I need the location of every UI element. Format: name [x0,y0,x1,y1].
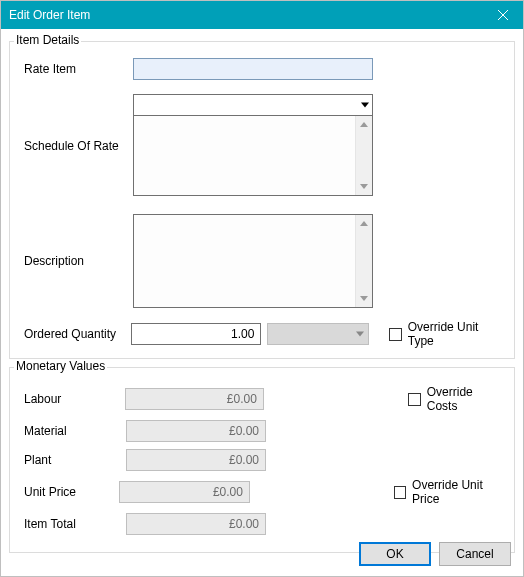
plant-value: £0.00 [126,449,266,471]
scroll-down-button[interactable] [356,178,372,195]
monetary-values-legend: Monetary Values [14,359,107,373]
schedule-text-area[interactable] [133,116,373,196]
override-unit-price-checkbox[interactable] [394,486,406,499]
scrollbar[interactable] [355,116,372,195]
ordered-quantity-label: Ordered Quantity [18,327,131,341]
schedule-of-rate-label: Schedule Of Rate [18,94,133,153]
override-unit-type-checkbox[interactable] [389,328,402,341]
override-costs-checkbox[interactable] [408,393,421,406]
close-icon [498,10,508,20]
override-costs-label: Override Costs [427,385,506,413]
close-button[interactable] [483,1,523,29]
button-bar: OK Cancel [359,542,511,566]
ok-button[interactable]: OK [359,542,431,566]
scrollbar[interactable] [355,215,372,307]
unit-type-select[interactable] [267,323,369,345]
description-label: Description [18,214,133,268]
ordered-quantity-input[interactable] [131,323,261,345]
chevron-down-icon [356,332,364,337]
chevron-down-icon [361,103,369,108]
item-details-legend: Item Details [14,33,81,47]
labour-value: £0.00 [125,388,264,410]
item-total-value: £0.00 [126,513,266,535]
item-total-label: Item Total [18,517,126,531]
window-title: Edit Order Item [9,8,90,22]
item-details-group: Item Details Rate Item Schedule Of Rate [9,41,515,359]
labour-label: Labour [18,392,125,406]
scroll-up-button[interactable] [356,116,372,133]
unit-price-value: £0.00 [119,481,250,503]
chevron-down-icon [360,296,368,301]
rate-item-input[interactable] [133,58,373,80]
chevron-up-icon [360,122,368,127]
material-value: £0.00 [126,420,266,442]
unit-price-label: Unit Price [18,485,119,499]
schedule-dropdown[interactable] [133,94,373,116]
titlebar[interactable]: Edit Order Item [1,1,523,29]
chevron-up-icon [360,221,368,226]
override-unit-price-label: Override Unit Price [412,478,506,506]
override-unit-type-label: Override Unit Type [408,320,506,348]
material-label: Material [18,424,126,438]
cancel-button[interactable]: Cancel [439,542,511,566]
rate-item-label: Rate Item [18,62,133,76]
chevron-down-icon [360,184,368,189]
plant-label: Plant [18,453,126,467]
monetary-values-group: Monetary Values Labour £0.00 Override Co… [9,367,515,553]
scroll-down-button[interactable] [356,290,372,307]
scroll-up-button[interactable] [356,215,372,232]
description-text-area[interactable] [133,214,373,308]
